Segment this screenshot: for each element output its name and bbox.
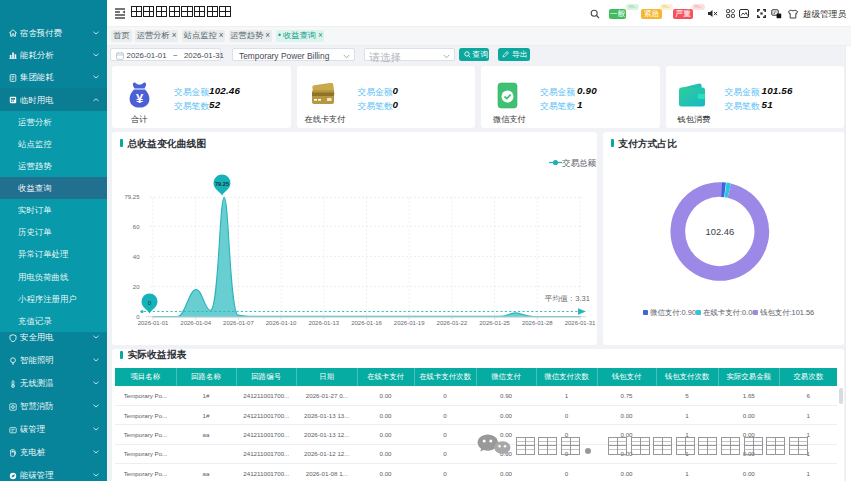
svg-text:2026-01-25: 2026-01-25 [479,320,510,326]
svg-text:2026-01-16: 2026-01-16 [351,320,382,326]
svg-text:60: 60 [133,224,140,230]
svg-text:2026-01-01: 2026-01-01 [138,320,169,326]
svg-text:2026-01-07: 2026-01-07 [223,320,254,326]
svg-text:2026-01-13: 2026-01-13 [308,320,339,326]
svg-text:20: 20 [133,284,140,290]
svg-text:¥: ¥ [136,91,144,106]
svg-text:2026-01-31: 2026-01-31 [565,320,596,326]
svg-text:钱包支付:101.56: 钱包支付:101.56 [759,308,814,317]
svg-text:交易总额: 交易总额 [562,158,597,168]
svg-text:79.25: 79.25 [124,194,140,200]
svg-text:在线卡支付:0.00: 在线卡支付:0.00 [703,308,756,317]
svg-text:2026-01-22: 2026-01-22 [437,320,468,326]
svg-text:2026-01-10: 2026-01-10 [266,320,297,326]
svg-text:79.25: 79.25 [215,181,229,187]
svg-text:102.46: 102.46 [705,226,734,237]
svg-text:2026-01-04: 2026-01-04 [180,320,211,326]
svg-text:平均值：3.31: 平均值：3.31 [545,294,590,303]
svg-text:微信支付:0.90: 微信支付:0.90 [650,308,696,317]
svg-text:40: 40 [133,254,140,260]
svg-text:2026-01-19: 2026-01-19 [394,320,425,326]
svg-text:2026-01-28: 2026-01-28 [522,320,553,326]
